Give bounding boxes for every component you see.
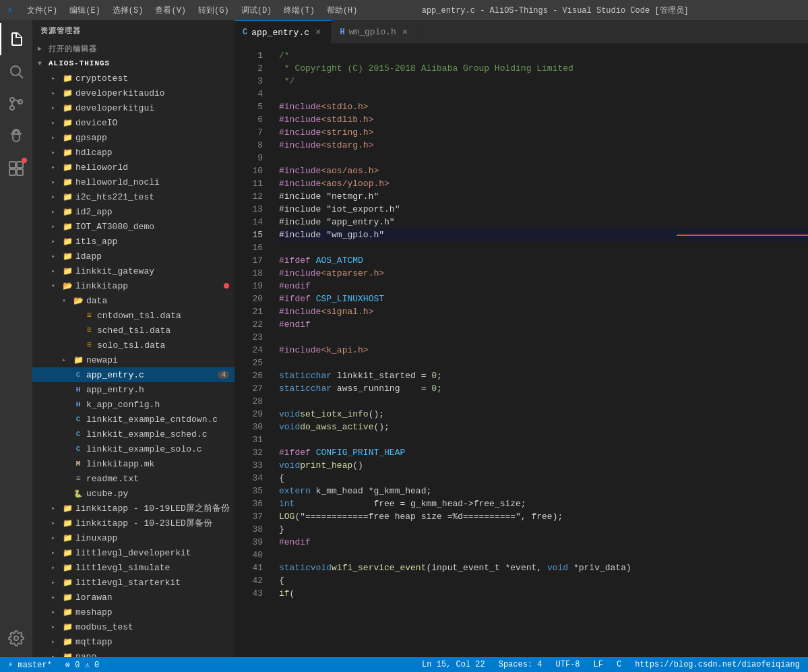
tree-item-linkkitapp[interactable]: ▾📂linkkitapp [32,278,235,293]
line-number: 33 [235,459,263,472]
activity-files[interactable] [0,23,32,55]
tree-item-sched_tsl.data[interactable]: ≡sched_tsl.data [32,323,235,338]
line-number: 36 [235,497,263,510]
tree-item-linkkit_example_sched.c[interactable]: Clinkkit_example_sched.c [32,427,235,441]
tree-item-mqttapp[interactable]: ▸📁mqttapp [32,634,235,649]
tree-item-developerkitaudio[interactable]: ▸📁developerkitaudio [32,86,235,100]
language-mode[interactable]: C [614,660,624,669]
git-branch[interactable]: ⚡ master* [5,660,55,670]
menu-终端[interactable]: 终端(T) [278,3,320,18]
tree-item-helloworld[interactable]: ▸📁helloworld [32,160,235,175]
tree-label: littlevgl_starterkit [75,578,181,588]
tree-item-k_app_config.h[interactable]: Hk_app_config.h [32,397,235,412]
tree-item-app_entry.c[interactable]: Capp_entry.c4 [32,367,235,382]
folder-icon: 📁 [62,221,73,232]
menu-查看[interactable]: 查看(V) [150,3,191,18]
line-number: 17 [235,254,263,267]
tree-item-linkkitapp---10-19led屏之前备份[interactable]: ▸📁linkkitapp - 10-19LED屏之前备份 [32,501,235,516]
tree-item-ldapp[interactable]: ▸📁ldapp [32,249,235,264]
tree-item-nano[interactable]: ▸📁nano [32,649,235,657]
activity-extensions[interactable] [0,152,32,185]
code-line: #endif [279,318,808,331]
tree-label: linkkit_example_solo.c [86,444,202,454]
tree-label: developerkitgui [75,103,154,113]
tree-item-cntdown_tsl.data[interactable]: ≡cntdown_tsl.data [32,308,235,323]
tree-item-i2c_hts221_test[interactable]: ▸📁i2c_hts221_test [32,189,235,204]
tree-item-linkkit_example_solo.c[interactable]: Clinkkit_example_solo.c [32,441,235,456]
errors-warnings[interactable]: ⊗ 0 ⚠ 0 [63,660,102,670]
code-line: } [279,523,808,536]
tab-wm_gpio.h[interactable]: Hwm_gpio.h× [332,20,418,44]
tree-item-itls_app[interactable]: ▸📁itls_app [32,234,235,249]
c-file-icon: C [73,369,84,380]
tree-item-iot_at3080_demo[interactable]: ▸📁IOT_AT3080_demo [32,219,235,234]
code-line [279,433,808,446]
chevron-right-icon: ▶ [38,44,49,53]
editor-content[interactable]: 1234567891011121314151617181920212223242… [235,44,808,657]
tree-item-developerkitgui[interactable]: ▸📁developerkitgui [32,100,235,115]
tree-item-id2_app[interactable]: ▸📁id2_app [32,204,235,219]
activity-debug[interactable] [0,120,32,152]
tree-item-linuxapp[interactable]: ▸📁linuxapp [32,530,235,545]
line-number: 19 [235,280,263,293]
tree-item-helloworld_nocli[interactable]: ▸📁helloworld_nocli [32,175,235,189]
code-area[interactable]: /* * Copyright (C) 2015-2018 Alibaba Gro… [268,44,808,657]
tree-item-linkkitapp---10-23led屏备份[interactable]: ▸📁linkkitapp - 10-23LED屏备份 [32,516,235,530]
tree-item-linkkit_gateway[interactable]: ▸📁linkkit_gateway [32,264,235,278]
tree-item-littlevgl_simulate[interactable]: ▸📁littlevgl_simulate [32,560,235,575]
menu-调试[interactable]: 调试(D) [236,3,278,18]
tree-item-linkkitapp.mk[interactable]: Mlinkkitapp.mk [32,456,235,471]
line-number: 25 [235,357,263,369]
tree-item-gpsapp[interactable]: ▸📁gpsapp [32,130,235,145]
activity-search[interactable] [0,55,32,88]
tab-app_entry.c[interactable]: Capp_entry.c× [235,20,332,44]
line-ending[interactable]: LF [591,660,606,669]
tree-item-newapi[interactable]: ▸📁newapi [32,353,235,367]
tree-item-cryptotest[interactable]: ▸📁cryptotest [32,71,235,86]
code-line: static char awss_running = 0; [279,382,808,395]
chevron-right-icon: ▸ [51,222,62,231]
code-line: #include <aos/aos.h> [279,164,808,177]
menu-编辑[interactable]: 编辑(E) [64,3,106,18]
tree-item-data[interactable]: ▾📂data [32,293,235,308]
h-file-icon: H [73,384,84,395]
tree-label: data [86,296,107,306]
tab-close-button[interactable]: × [400,27,410,38]
project-root[interactable]: ▼ ALIOS-THINGS [32,56,235,71]
open-editors-section[interactable]: ▶ 打开的编辑器 [32,41,235,56]
line-number: 8 [235,139,263,152]
tree-item-ucube.py[interactable]: 🐍ucube.py [32,486,235,501]
code-line: void print_heap() [279,459,808,472]
tab-close-button[interactable]: × [313,27,323,38]
data-file-icon: ≡ [84,340,94,350]
menu-帮助[interactable]: 帮助(H) [321,3,363,18]
tree-item-meshapp[interactable]: ▸📁meshapp [32,605,235,619]
tree-item-littlevgl_starterkit[interactable]: ▸📁littlevgl_starterkit [32,575,235,590]
menu-文件[interactable]: 文件(F) [22,3,63,18]
tab-bar: Capp_entry.c×Hwm_gpio.h× [235,20,808,44]
tree-item-solo_tsl.data[interactable]: ≡solo_tsl.data [32,338,235,353]
blog-link[interactable]: https://blog.csdn.net/diaofeiqiang [632,660,803,669]
folder-icon: 📁 [62,532,73,543]
tree-label: linkkit_gateway [75,266,154,276]
folder-icon: 📁 [62,562,73,573]
tree-item-littlevgl_developerkit[interactable]: ▸📁littlevgl_developerkit [32,545,235,560]
activity-source-control[interactable] [0,88,32,120]
cursor-position[interactable]: Ln 15, Col 22 [419,660,488,669]
menu-选择[interactable]: 选择(S) [107,3,149,18]
status-bar: ⚡ master* ⊗ 0 ⚠ 0 Ln 15, Col 22 Spaces: … [0,657,808,672]
tree-item-lorawan[interactable]: ▸📁lorawan [32,590,235,605]
tree-item-modbus_test[interactable]: ▸📁modbus_test [32,619,235,634]
indentation[interactable]: Spaces: 4 [496,660,545,669]
folder-icon: 📁 [62,577,73,588]
menu-转到[interactable]: 转到(G) [193,3,235,18]
tree-item-hdlcapp[interactable]: ▸📁hdlcapp [32,145,235,160]
code-line: #include <atparser.h> [279,267,808,280]
tree-item-app_entry.h[interactable]: Happ_entry.h [32,382,235,397]
tree-item-linkkit_example_cntdown.c[interactable]: Clinkkit_example_cntdown.c [32,412,235,427]
tree-item-deviceio[interactable]: ▸📁deviceIO [32,115,235,130]
tree-label: cntdown_tsl.data [97,311,181,321]
encoding[interactable]: UTF-8 [553,660,583,669]
activity-settings[interactable] [0,625,32,657]
tree-item-readme.txt[interactable]: ≡readme.txt [32,471,235,486]
